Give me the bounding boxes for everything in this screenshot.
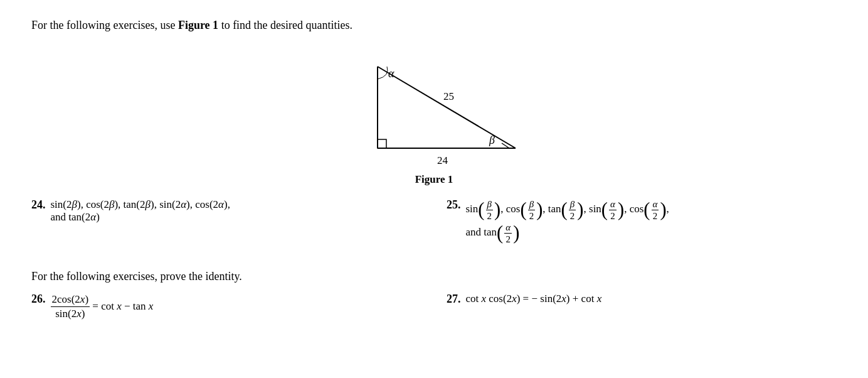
exercise-27: 27. cot x cos(2x) = − sin(2x) + cot x <box>447 293 837 306</box>
beta-label: β <box>489 134 495 146</box>
exercise-26: 26. 2cos(2x) sin(2x) = cot x − tan x <box>31 293 434 321</box>
side-24-label: 24 <box>437 154 448 166</box>
exercise-27-content: cot x cos(2x) = − sin(2x) + cot x <box>466 293 602 305</box>
exercise-26-content: 2cos(2x) sin(2x) = cot x − tan x <box>51 293 154 321</box>
exercise-25: 25. sin(β2), cos(β2), tan(β2), sin(α2), … <box>447 198 837 245</box>
exercise-25-content: sin(β2), cos(β2), tan(β2), sin(α2), cos(… <box>466 198 669 245</box>
exercise-25-container: 25. sin(β2), cos(β2), tan(β2), sin(α2), … <box>434 198 837 251</box>
exercise-24-number: 24. <box>31 198 46 212</box>
alpha-label: α <box>388 67 394 80</box>
exercise-26-number: 26. <box>31 293 46 306</box>
exercise-25-number: 25. <box>447 198 461 212</box>
exercise-26-denominator: sin(2x) <box>54 307 86 321</box>
svg-rect-3 <box>378 139 386 148</box>
side-25-label: 25 <box>443 90 454 102</box>
exercise-26-fraction: 2cos(2x) sin(2x) <box>51 293 90 321</box>
exercise-27-container: 27. cot x cos(2x) = − sin(2x) + cot x <box>434 293 837 327</box>
figure-svg: α 25 β 24 <box>327 45 541 170</box>
exercise-26-rhs: = cot x − tan x <box>92 300 153 312</box>
exercise-27-number: 27. <box>447 293 461 306</box>
exercise-24-container: 24. sin(2β), cos(2β), tan(2β), sin(2α), … <box>31 198 434 251</box>
exercise-26-numerator: 2cos(2x) <box>51 293 90 307</box>
exercise-26-container: 26. 2cos(2x) sin(2x) = cot x − tan x <box>31 293 434 327</box>
svg-line-2 <box>378 67 516 148</box>
exercise-24: 24. sin(2β), cos(2β), tan(2β), sin(2α), … <box>31 198 421 224</box>
figure-container: α 25 β 24 Figure 1 <box>31 45 837 186</box>
figure-bold-label: Figure 1 <box>178 19 218 31</box>
exercise-24-content: sin(2β), cos(2β), tan(2β), sin(2α), cos(… <box>51 198 230 224</box>
figure-caption: Figure 1 <box>415 173 453 186</box>
exercises-section: 24. sin(2β), cos(2β), tan(2β), sin(2α), … <box>31 198 837 251</box>
proof-intro-text: For the following exercises, prove the i… <box>31 270 837 283</box>
proof-exercises: 26. 2cos(2x) sin(2x) = cot x − tan x 27.… <box>31 293 837 327</box>
intro-text-after: to find the desired quantities. <box>218 19 352 31</box>
intro-paragraph: For the following exercises, use Figure … <box>31 19 837 32</box>
intro-text-before: For the following exercises, use <box>31 19 178 31</box>
proof-section: For the following exercises, prove the i… <box>31 270 837 327</box>
